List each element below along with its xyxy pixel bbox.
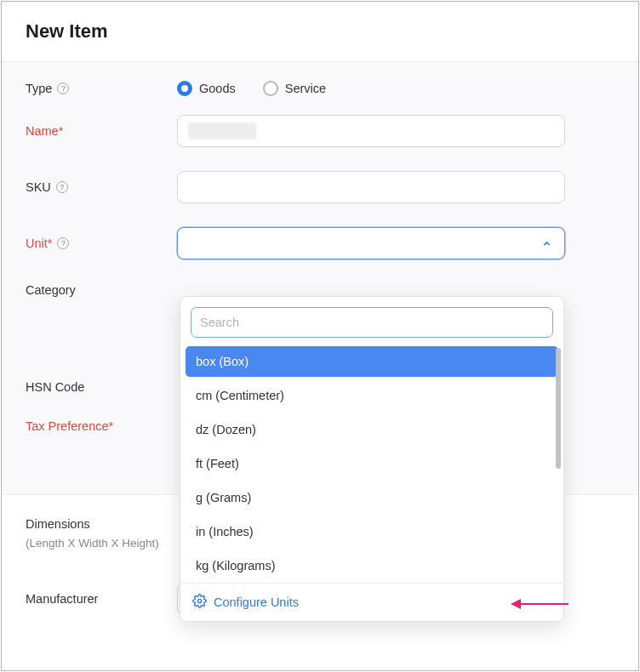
label-manufacturer: Manufacturer <box>26 592 98 606</box>
unit-search-wrap <box>191 307 553 338</box>
gear-icon <box>192 594 207 611</box>
unit-option[interactable]: in (Inches) <box>180 515 563 549</box>
unit-option[interactable]: box (Box) <box>186 346 558 377</box>
scrollbar[interactable] <box>556 348 561 469</box>
unit-select[interactable] <box>177 227 565 259</box>
help-icon[interactable]: ? <box>56 181 68 193</box>
sku-input[interactable] <box>177 171 565 203</box>
radio-service[interactable]: Service <box>263 81 326 96</box>
svg-point-2 <box>197 599 201 602</box>
unit-option[interactable]: ft (Feet) <box>180 447 563 481</box>
label-unit: Unit* <box>26 236 52 250</box>
redacted-text <box>188 122 256 140</box>
label-dimensions-sub: (Length X Width X Height) <box>26 536 177 552</box>
unit-option-list: box (Box) cm (Centimeter) dz (Dozen) ft … <box>180 346 563 583</box>
row-type: Type ? Goods Service <box>26 81 614 96</box>
help-icon[interactable]: ? <box>57 237 69 249</box>
unit-option[interactable]: dz (Dozen) <box>180 413 563 447</box>
radio-goods[interactable]: Goods <box>177 81 236 96</box>
unit-dropdown-footer: Configure Units <box>180 583 563 621</box>
row-name: Name* <box>26 115 614 147</box>
unit-dropdown: box (Box) cm (Centimeter) dz (Dozen) ft … <box>180 296 564 622</box>
row-unit: Unit* ? <box>26 227 614 259</box>
row-sku: SKU ? <box>26 171 614 203</box>
help-icon[interactable]: ? <box>57 83 69 94</box>
chevron-up-icon <box>541 238 552 249</box>
unit-option[interactable]: cm (Centimeter) <box>180 379 563 413</box>
configure-units-link[interactable]: Configure Units <box>214 595 299 609</box>
label-name: Name* <box>26 124 63 138</box>
row-category: Category <box>26 283 614 297</box>
arrow-annotation <box>511 599 569 609</box>
radio-service-label: Service <box>285 82 326 95</box>
page-title: New Item <box>26 20 638 43</box>
radio-goods-label: Goods <box>199 82 236 95</box>
label-category: Category <box>26 283 76 297</box>
label-tax-preference: Tax Preference* <box>26 419 113 433</box>
radio-circle-checked <box>177 81 192 96</box>
name-input[interactable] <box>177 115 565 147</box>
page-header: New Item <box>2 2 638 61</box>
unit-option[interactable]: kg (Kilograms) <box>180 549 563 583</box>
label-type: Type <box>26 82 52 95</box>
label-dimensions: Dimensions <box>26 515 177 532</box>
label-sku: SKU <box>26 180 51 194</box>
unit-search-input[interactable] <box>200 316 544 329</box>
label-hsn: HSN Code <box>26 380 84 394</box>
unit-option[interactable]: g (Grams) <box>180 481 563 515</box>
radio-circle-unchecked <box>263 81 278 96</box>
